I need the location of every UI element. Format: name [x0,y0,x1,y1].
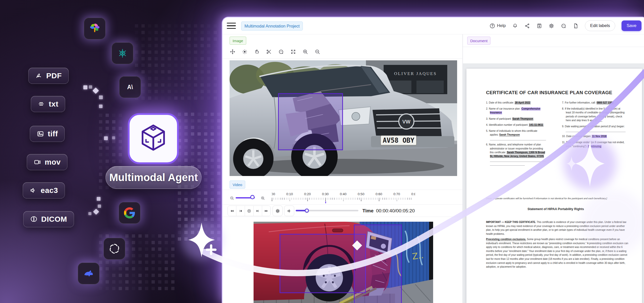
license-plate: AV58 OBY [383,137,414,144]
comment-icon[interactable] [278,49,284,55]
annotation-app-window: Multimodal Annotation Project Help Edit … [222,17,644,303]
timeline-zoom-knob[interactable] [250,195,255,199]
video-bounding-box-left[interactable] [280,234,366,293]
divider [222,217,462,217]
item-number: 1. [486,101,488,104]
time-label: Time [362,208,374,214]
highlight-gray[interactable]: Sarah Thompson [512,117,533,120]
blank-line [490,137,546,140]
time-display: Time 00:00:40/00:05:20 [362,208,415,214]
step-forward-button[interactable] [254,206,262,216]
ruler-label: 0:80 [409,192,415,196]
chat-icon[interactable] [561,23,566,29]
expand-icon[interactable] [290,49,296,55]
fast-backward-button[interactable] [228,206,236,216]
certificate-paragraph: Preexisting condition exclusions. Some g… [486,237,629,269]
logo-tile: A\ [119,76,141,98]
anthropic-logo-icon: A\ [124,81,136,93]
edit-labels-button[interactable]: Edit labels [585,20,615,31]
zoom-in-icon[interactable] [302,49,308,55]
timeline-zoom-in-icon[interactable] [260,196,265,200]
video-tag: Video [230,181,245,189]
logo-tile [119,202,140,224]
toolbar-actions: Help Edit labels Save [489,20,641,31]
file-badge-label: DICOM [41,215,67,223]
pdf-icon [35,72,43,80]
timeline-playhead[interactable] [325,201,326,203]
palm-logo-icon [89,22,101,35]
timeline-ruler-labels[interactable]: 0:000:100:200:300:400:500:600:700:80 [272,192,415,197]
file-badge-tiff: tiff [30,126,65,142]
sparkle-icon [188,222,215,257]
gear-icon[interactable] [549,23,554,29]
certificate-item: 4.Identification number of participant: … [486,123,546,127]
item-text: Date of this certificate: [489,101,515,104]
time-value: 00:00:40/00:05:20 [376,208,415,214]
highlight-gray[interactable]: 141-11-0611 [529,123,543,127]
fast-forward-button[interactable] [262,206,270,216]
item-number: 2. [486,107,488,110]
blank-line [490,159,546,162]
certificate-item: 11.Date coverage ended (or if coverage h… [562,140,625,148]
file-badge-eac3: eac3 [23,182,65,198]
volume-icon [287,209,292,213]
brightness-icon[interactable] [242,49,248,55]
save-card-icon[interactable] [536,23,542,29]
playback-controls [228,206,271,216]
zoom-out-icon[interactable] [314,49,320,55]
item-text: Identification number of participant: [489,123,529,126]
save-button[interactable]: Save [622,20,641,31]
ruler-label: 0:50 [355,192,367,196]
rotate-icon[interactable] [254,49,260,55]
document-viewer[interactable]: CERTIFICATE OF CAR INSURANCE PLAN COVERA… [463,63,644,303]
item-text: Sarah Thompson [499,133,520,136]
video-progress-slider[interactable] [296,210,358,211]
item-text: If the individual(s) identified in line … [565,107,625,122]
certificate-item: 1.Date of this certificate: 28 April 202… [486,101,546,105]
logo-tile [78,263,100,284]
timeline-zoom-out-icon[interactable] [230,196,234,200]
agent-label-pill: Multimodal Agent [106,166,202,189]
divider [463,47,644,47]
gear-icon [275,209,280,213]
plus-icon [207,245,215,254]
help-button[interactable]: Help [489,23,506,29]
svg-text:A\: A\ [127,84,133,90]
play-button[interactable] [245,206,254,216]
logo-tile [84,18,106,39]
document-note: [Note: separate certificates will be fur… [486,197,628,200]
timeline-ruler[interactable] [272,198,413,201]
whale-logo-icon [83,267,95,280]
step-backward-button[interactable] [236,206,245,216]
move-icon[interactable] [230,49,236,55]
video-settings-button[interactable] [273,206,283,216]
file-badge-dicom: DICOM [23,211,74,227]
image-tag: Image [230,37,246,45]
annotated-car-photo[interactable]: OLIVER JAQUES [230,60,457,176]
volume-button[interactable] [284,206,294,216]
highlight-purple[interactable]: 11 Nov 2018 [592,135,607,138]
item-text: For further information, call: [565,101,597,104]
file-badge-label: mov [45,158,61,166]
item-number: 4. [486,123,488,126]
project-badge[interactable]: Multimodal Annotation Project [241,21,303,31]
highlight-gray[interactable]: 28 April 2022 [515,101,531,104]
highlight-gray[interactable]: 0800 527 3385 [597,101,614,104]
document-tag: Document [467,37,490,45]
image-bounding-box[interactable] [278,93,343,150]
cut-icon[interactable] [266,49,272,55]
menu-icon[interactable] [227,23,236,29]
item-number: 11. [562,141,565,144]
video-bounding-box-right[interactable] [354,224,402,303]
certificate-item: 7.For further information, call: 0800 52… [562,101,625,105]
share-icon[interactable] [524,23,530,29]
help-label: Help [497,23,506,28]
bell-icon[interactable] [512,23,518,29]
marketing-hero-scene: PDFtxttiffmoveac3DICOM A\ Multimodal Age… [0,0,644,303]
document-title: CERTIFICATE OF CAR INSURANCE PLAN COVERA… [486,90,628,95]
txt-icon [38,100,45,108]
document-page: CERTIFICATE OF CAR INSURANCE PLAN COVERA… [466,69,642,303]
file-icon[interactable] [573,23,579,29]
blank-line [490,163,525,166]
highlight-purple[interactable]: Continuing [588,145,602,148]
